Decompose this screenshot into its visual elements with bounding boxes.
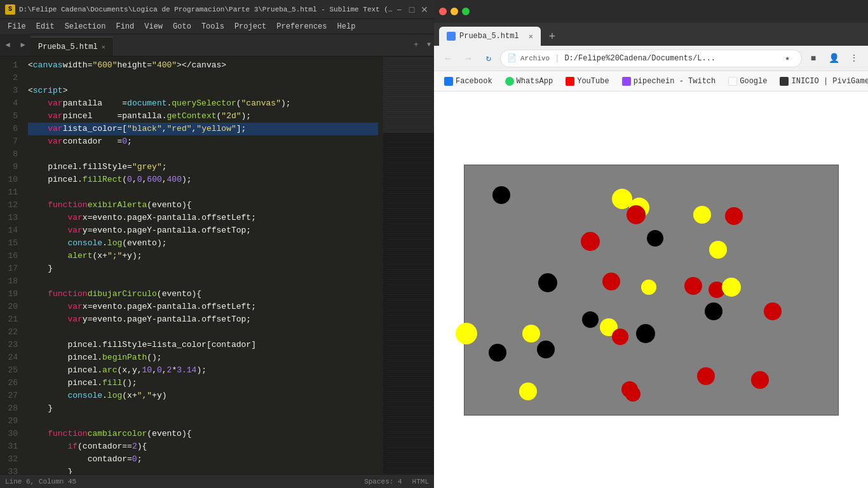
editor-close-button[interactable]: ✕ — [420, 5, 429, 14]
bookmark-item[interactable]: Facebook — [439, 76, 498, 87]
url-text: D:/Felipe%20Cadena/Documents/L... — [564, 54, 776, 63]
line-number: 31 — [0, 440, 18, 453]
tab-nav-prev[interactable]: ◀ — [0, 34, 15, 56]
code-line: } — [28, 466, 378, 474]
editor-new-tab-button[interactable]: + — [409, 34, 424, 56]
browser-active-tab[interactable]: Prueba_5.html ✕ — [439, 27, 541, 46]
menu-file[interactable]: File — [3, 21, 31, 32]
canvas-container[interactable] — [464, 165, 839, 416]
editor-syntax: HTML — [412, 478, 429, 485]
editor-minimize-button[interactable]: − — [395, 5, 403, 14]
browser-minimize-button[interactable] — [451, 8, 458, 15]
bookmark-item[interactable]: INICIO | PiviGames — [775, 76, 868, 87]
extensions-button[interactable]: ■ — [804, 50, 822, 67]
bookmarks-bar: FacebookWhatsAppYouTubepipechein - Twitc… — [434, 71, 868, 92]
bookmark-item[interactable]: Google — [723, 76, 772, 87]
line-number: 29 — [0, 415, 18, 428]
code-line: if(contador==2){ — [28, 440, 378, 453]
code-line: function cambiarcolor(evento){ — [28, 428, 378, 440]
bookmark-item[interactable]: WhatsApp — [500, 76, 559, 87]
canvas-circle — [627, 205, 646, 224]
code-line: var lista_color = ["black","red","yellow… — [28, 123, 378, 135]
code-content[interactable]: <canvas width="600" height="400"></canva… — [23, 57, 383, 474]
code-line — [28, 415, 378, 428]
code-line: } — [28, 262, 378, 275]
code-line — [28, 275, 378, 288]
code-line: <canvas width="600" height="400"></canva… — [28, 59, 378, 72]
browser-close-button[interactable] — [439, 8, 447, 15]
editor-tab-more-button[interactable]: ▼ — [424, 34, 434, 56]
menu-project[interactable]: Project — [229, 21, 271, 32]
editor-title-bar: S D:\Felipe Cadena\Documents\Logica de P… — [0, 0, 434, 19]
address-bar[interactable]: 📄 Archivo | D:/Felipe%20Cadena/Documents… — [500, 50, 802, 67]
editor-tab-bar: ◀ ▶ Prueba_5.html ✕ + ▼ — [0, 34, 434, 57]
code-line: pincel.beginPath(); — [28, 351, 378, 364]
menu-tools[interactable]: Tools — [196, 21, 229, 32]
canvas-circle — [693, 206, 711, 224]
canvas-circle — [519, 383, 537, 400]
code-line: pincel.fillRect(0,0,600,400); — [28, 173, 378, 186]
menu-preferences[interactable]: Preferences — [271, 21, 332, 32]
profile-button[interactable]: 👤 — [825, 50, 843, 67]
sublime-icon: S — [5, 4, 15, 15]
line-number: 1 — [0, 59, 18, 72]
editor-maximize-button[interactable]: □ — [407, 5, 416, 14]
editor-position: Line 6, Column 45 — [5, 478, 76, 485]
code-line: var x = evento.pageX - pantalla.offsetLe… — [28, 301, 378, 313]
code-line: console.log(x + "," + y) — [28, 390, 378, 402]
browser-maximize-button[interactable] — [462, 8, 470, 15]
code-line: <script> — [28, 85, 378, 97]
canvas-circle — [636, 324, 655, 343]
canvas-circle — [602, 273, 620, 290]
line-number: 22 — [0, 326, 18, 339]
canvas-circle — [537, 341, 555, 358]
bookmark-star-icon[interactable]: ★ — [780, 51, 795, 66]
canvas-circle — [582, 311, 599, 328]
browser-menu-button[interactable]: ⋮ — [845, 50, 863, 67]
code-line: var pantalla = document.querySelector("c… — [28, 97, 378, 110]
line-number: 17 — [0, 262, 18, 275]
line-number: 6 — [0, 123, 18, 135]
editor-tab-label: Prueba_5.html — [38, 43, 98, 51]
editor-tab-active[interactable]: Prueba_5.html ✕ — [31, 37, 114, 56]
code-line — [28, 326, 378, 339]
bookmark-item[interactable]: YouTube — [560, 76, 614, 87]
line-number: 5 — [0, 110, 18, 123]
back-button[interactable]: ← — [439, 50, 457, 67]
menu-view[interactable]: View — [139, 21, 168, 32]
code-line: var y = evento.pageY - pantalla.offsetTo… — [28, 313, 378, 326]
line-number: 25 — [0, 364, 18, 377]
editor-tab-close[interactable]: ✕ — [102, 43, 105, 51]
line-number: 27 — [0, 390, 18, 402]
line-number: 14 — [0, 224, 18, 237]
editor-spaces: Spaces: 4 — [364, 478, 402, 485]
canvas-circle — [489, 344, 506, 362]
canvas-circle — [641, 280, 656, 295]
browser-nav-bar: ← → ↻ 📄 Archivo | D:/Felipe%20Cadena/Doc… — [434, 46, 868, 71]
line-number: 9 — [0, 161, 18, 173]
refresh-button[interactable]: ↻ — [480, 50, 498, 67]
menu-goto[interactable]: Goto — [168, 21, 196, 32]
browser-content — [434, 92, 868, 488]
tab-nav-next[interactable]: ▶ — [15, 34, 31, 56]
menu-find[interactable]: Find — [111, 21, 139, 32]
bookmark-label: pipechein - Twitch — [634, 77, 716, 86]
address-label: Archivo — [520, 55, 550, 62]
menu-selection[interactable]: Selection — [60, 21, 111, 32]
line-number: 13 — [0, 212, 18, 224]
yt-bookmark-icon — [566, 77, 574, 86]
forward-button[interactable]: → — [459, 50, 477, 67]
bookmark-item[interactable]: pipechein - Twitch — [617, 76, 721, 87]
browser-tab-close[interactable]: ✕ — [529, 32, 533, 41]
code-line — [28, 148, 378, 161]
canvas-circle — [612, 329, 628, 345]
line-number: 4 — [0, 97, 18, 110]
line-number: 11 — [0, 186, 18, 199]
menu-help[interactable]: Help — [332, 21, 361, 32]
browser-tab-bar: Prueba_5.html ✕ + — [434, 23, 868, 46]
line-number: 32 — [0, 453, 18, 466]
line-number: 33 — [0, 466, 18, 474]
browser-new-tab-button[interactable]: + — [543, 28, 561, 46]
menu-edit[interactable]: Edit — [31, 21, 60, 32]
minimap-viewport — [383, 57, 434, 133]
